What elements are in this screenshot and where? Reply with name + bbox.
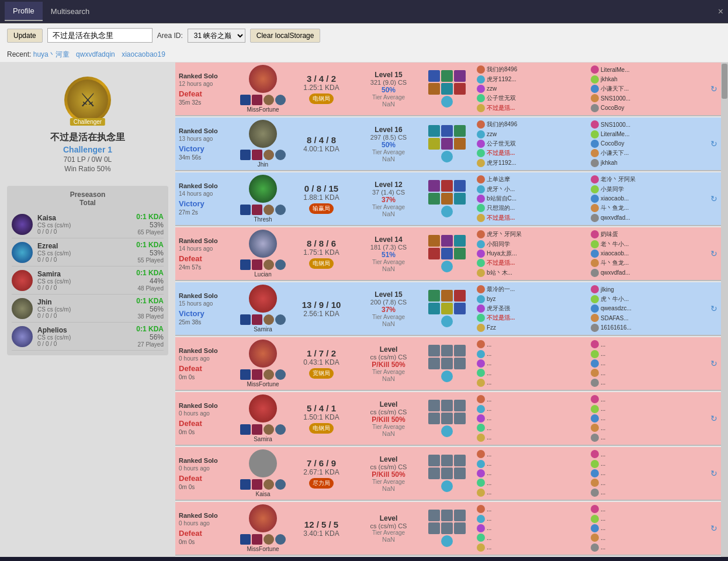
player-name-left-4: 不过是活... (487, 214, 515, 222)
clear-storage-button[interactable]: Clear localStorage (250, 29, 321, 43)
player-name-left-0: ... (487, 451, 491, 458)
match-level-8: Level cs (cs/m) CS P/Kill 50% Tier Avera… (356, 447, 421, 500)
player-icon-left-2 (477, 250, 485, 258)
player-left-3: ... (477, 479, 590, 487)
player-right-3: ... (591, 369, 703, 377)
item-3 (428, 413, 440, 424)
player-left-1: byz (477, 295, 590, 303)
wr-val-5: 37% (382, 306, 396, 314)
refresh-icon-4[interactable]: ↻ (710, 249, 717, 258)
match-champ-2: Jhin (240, 117, 286, 170)
spell-d-4 (240, 259, 251, 270)
player-name-left-3: 只想混的... (487, 204, 515, 212)
close-button[interactable]: × (718, 6, 723, 17)
match-result-4: Defeat (179, 254, 236, 263)
scrollbar-thumb[interactable] (722, 64, 727, 99)
recent-link-2[interactable]: xiaocaobao19 (122, 50, 165, 58)
champ-played-jhin: 38 Played (136, 313, 164, 320)
match-refresh-4[interactable]: ↻ (707, 227, 721, 280)
match-items-5 (421, 282, 473, 335)
player-left-2: 虎牙圣强 (477, 304, 590, 313)
item-ward-6 (441, 370, 453, 382)
champ-name-match-8: Kaisa (255, 491, 270, 497)
item-2 (454, 180, 466, 192)
kda-main-1: 3 / 4 / 2 (307, 74, 336, 84)
tab-multisearch[interactable]: Multisearch (43, 2, 98, 20)
champ-row-samira: Samira CS cs (cs/m) 0 / 0 / 0 0:1 KDA 44… (12, 266, 164, 295)
player-name-right-0: ... (601, 506, 605, 512)
tier-avg-4: Tier Average (372, 259, 405, 265)
player-left-3: ... (477, 369, 590, 377)
items-row-5 (427, 290, 467, 327)
refresh-icon-3[interactable]: ↻ (710, 194, 717, 203)
match-left-7: Ranked Solo 0 hours ago Defeat 0m 0s (175, 392, 240, 445)
item-0 (428, 510, 440, 521)
refresh-icon-2[interactable]: ↻ (710, 139, 717, 148)
item-1 (441, 455, 453, 466)
champ-icon-3 (249, 175, 277, 203)
item-5 (454, 138, 466, 150)
refresh-icon-8[interactable]: ↻ (710, 469, 717, 478)
player-name-right-2: CocoBoy (601, 140, 625, 147)
refresh-icon-5[interactable]: ↻ (710, 304, 717, 313)
match-refresh-3[interactable]: ↻ (707, 172, 721, 225)
match-refresh-5[interactable]: ↻ (707, 282, 721, 335)
match-refresh-6[interactable]: ↻ (707, 337, 721, 390)
champ-played-aphelios: 27 Played (136, 341, 164, 348)
cs-val-8: cs (cs/m) CS (370, 463, 407, 470)
player-icon-left-1 (477, 185, 485, 193)
match-left-2: Ranked Solo 13 hours ago Victory 34m 56s (175, 117, 240, 170)
match-refresh-1[interactable]: ↻ (707, 63, 721, 115)
player-name-right-4: jkhkah (601, 160, 618, 166)
champ-stats-jhin: 0:1 KDA 56% 38 Played (136, 297, 164, 320)
player-left-0: ... (477, 505, 590, 513)
area-select[interactable]: 31 峡谷之巅 (188, 29, 245, 43)
player-name-left-3: ... (487, 480, 491, 486)
player-name-right-0: ... (601, 451, 605, 458)
player-name-right-3: SDAFAS... (601, 315, 629, 321)
player-name-left-2: ... (487, 360, 491, 366)
recent-link-0[interactable]: huya丶河童 (33, 50, 70, 58)
tab-profile[interactable]: Profile (5, 2, 43, 21)
player-icon-left-1 (477, 460, 485, 468)
match-refresh-8[interactable]: ↻ (707, 447, 721, 500)
players-col-left-3: 上单达摩 虎牙丶小... b站留自C... 只想混的... 不过是活... (477, 175, 590, 223)
player-icon-right-0 (591, 395, 599, 403)
player-name-right-0: ... (601, 341, 605, 348)
player-name-right-4: ... (601, 489, 605, 496)
rune-icon-6 (264, 369, 274, 380)
player-icon-left-3 (477, 424, 485, 432)
refresh-icon-6[interactable]: ↻ (710, 359, 717, 368)
player-icon-right-4 (591, 543, 599, 552)
match-type-5: Ranked Solo (179, 292, 236, 299)
item-ward-8 (441, 480, 453, 492)
recent-link-1[interactable]: qwxvdfadqin (76, 50, 115, 58)
match-time-1: 12 hours ago (179, 81, 236, 87)
rank-title: Challenger 1 (63, 145, 112, 154)
match-card-9: Ranked Solo 0 hours ago Defeat 0m 0s Mis… (175, 502, 721, 556)
wr-val-6: P/Kill 50% (372, 361, 405, 369)
rune-icon-5 (264, 314, 274, 325)
match-refresh-2[interactable]: ↻ (707, 117, 721, 170)
update-button[interactable]: Update (7, 29, 43, 43)
player-icon-left-3 (477, 314, 485, 322)
refresh-icon-7[interactable]: ↻ (710, 414, 717, 423)
player-icon-right-2 (591, 85, 599, 93)
items-row-4 (427, 235, 467, 272)
refresh-icon-1[interactable]: ↻ (710, 84, 717, 94)
player-left-2: 公子世无双 (477, 140, 590, 148)
right-panel[interactable]: Ranked Solo 12 hours ago Defeat 35m 32s … (175, 63, 721, 557)
match-refresh-7[interactable]: ↻ (707, 392, 721, 445)
player-right-1: ... (591, 515, 703, 523)
scrollbar[interactable] (721, 63, 728, 557)
match-duration-5: 25m 38s (179, 319, 236, 325)
search-input[interactable] (47, 28, 152, 43)
kda-main-6: 1 / 7 / 2 (307, 348, 336, 358)
match-type-4: Ranked Solo (179, 237, 236, 244)
match-card-7: Ranked Solo 0 hours ago Defeat 0m 0s Sam… (175, 392, 721, 446)
badge-tag: 尽力局 (309, 478, 334, 489)
item-2 (454, 345, 466, 356)
player-name-left-2: Huya太原... (487, 250, 517, 258)
match-refresh-9[interactable]: ↻ (707, 502, 721, 555)
refresh-icon-9[interactable]: ↻ (710, 524, 717, 533)
